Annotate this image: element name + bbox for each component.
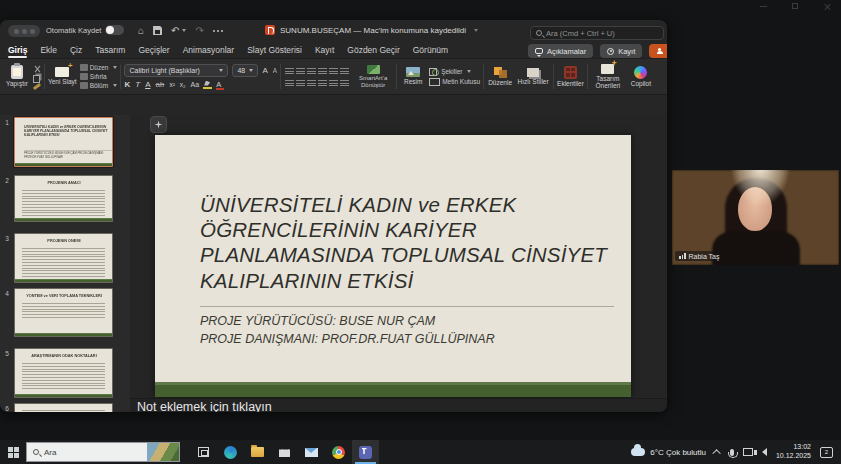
slide-canvas[interactable]: ÜNİVERSİTELİ KADIN ve ERKEK ÖĞRENCİLERİN…: [155, 135, 631, 397]
store-app[interactable]: [271, 440, 298, 464]
cut-icon[interactable]: [33, 65, 41, 73]
tab-kayit[interactable]: Kayıt: [315, 43, 334, 58]
start-button[interactable]: [0, 440, 26, 464]
line-spacing-icon[interactable]: [329, 67, 338, 75]
font-color-icon[interactable]: A: [216, 80, 224, 89]
columns-icon[interactable]: [340, 67, 349, 75]
highlight-color-icon[interactable]: [203, 81, 212, 89]
shrink-font-icon[interactable]: A: [273, 67, 277, 74]
section-button[interactable]: Bölüm: [80, 82, 118, 89]
subscript-button[interactable]: x₂: [180, 81, 186, 88]
tab-gozden-gecir[interactable]: Gözden Geçir: [347, 43, 399, 58]
quick-styles-button[interactable]: Hızlı Stiller: [516, 68, 550, 86]
picture-button[interactable]: Resim: [400, 67, 426, 86]
display-icon[interactable]: [743, 448, 753, 456]
tab-ciz[interactable]: Çiz: [70, 43, 82, 58]
font-name-select[interactable]: Calibri Light (Başlıklar): [124, 64, 228, 77]
reset-button[interactable]: Sıfırla: [80, 73, 118, 80]
copy-icon[interactable]: [33, 75, 40, 83]
addins-button[interactable]: Eklentiler: [557, 66, 584, 88]
tab-gecisler[interactable]: Geçişler: [138, 43, 169, 58]
slide-thumbnail-6[interactable]: [14, 403, 113, 412]
toggle-switch[interactable]: [105, 25, 124, 35]
new-slide-button[interactable]: Yeni Slayt: [48, 67, 77, 86]
slide-thumbnail-4[interactable]: YÖNTEM ve VERİ TOPLAMA TEKNİKLERİ: [14, 288, 113, 337]
slide-editor: ÜNİVERSİTELİ KADIN ve ERKEK ÖĞRENCİLERİN…: [130, 115, 667, 398]
minimize-icon[interactable]: [755, 1, 771, 11]
share-button[interactable]: Paylaş: [649, 44, 667, 58]
slide-thumbnail-1[interactable]: ÜNİVERSİTELİ KADIN ve ERKEK ÖĞRENCİLERİN…: [14, 117, 113, 167]
text-direction-icon[interactable]: [329, 79, 338, 87]
slide-thumbnail-2[interactable]: PROJENİN AMACI: [14, 175, 113, 222]
notification-badge: 2: [825, 449, 828, 455]
chrome-app[interactable]: [325, 440, 352, 464]
arrange-button[interactable]: Düzenle: [487, 67, 513, 87]
save-icon[interactable]: [153, 26, 162, 35]
shapes-button[interactable]: Şekiller: [429, 68, 480, 76]
change-case-button[interactable]: Aa: [191, 81, 200, 88]
numbering-icon[interactable]: [296, 67, 305, 75]
grow-font-icon[interactable]: A: [262, 66, 267, 75]
slide-subtitle[interactable]: PROJE YÜRÜTÜCÜSÜ: BUSE NUR ÇAM PROJE DAN…: [200, 312, 495, 348]
align-left-icon[interactable]: [285, 79, 294, 87]
edge-app[interactable]: [217, 440, 244, 464]
task-view-button[interactable]: [190, 440, 217, 464]
home-icon[interactable]: ⌂: [138, 25, 144, 36]
align-center-icon[interactable]: [296, 79, 305, 87]
document-title[interactable]: SUNUM.BUSEÇAM — Mac'im konumuna kaydedil…: [265, 25, 478, 35]
more-icon[interactable]: [213, 30, 223, 32]
tray-expand-icon[interactable]: [712, 449, 720, 457]
copilot-fab[interactable]: [150, 116, 167, 133]
slide-thumbnail-3[interactable]: PROJENİN ÖNEMİ: [14, 233, 113, 283]
teams-app[interactable]: [352, 440, 379, 464]
align-right-icon[interactable]: [307, 79, 316, 87]
tab-gorunum[interactable]: Görünüm: [413, 43, 448, 58]
close-icon[interactable]: [819, 1, 835, 11]
italic-button[interactable]: T: [135, 80, 140, 89]
speaker-icon[interactable]: [762, 448, 767, 456]
superscript-button[interactable]: x²: [169, 81, 174, 88]
indent-decrease-icon[interactable]: [307, 67, 316, 75]
indent-increase-icon[interactable]: [318, 67, 327, 75]
smartart-button[interactable]: SmartArt'a Dönüştür: [353, 65, 393, 88]
taskbar-search[interactable]: Ara: [26, 442, 180, 462]
microphone-icon[interactable]: [730, 449, 734, 456]
record-button[interactable]: Kayıt: [600, 44, 642, 58]
format-painter-icon[interactable]: [33, 83, 41, 90]
chrome-icon: [332, 446, 345, 459]
layout-button[interactable]: Düzen: [80, 64, 118, 71]
bullets-icon[interactable]: [285, 67, 294, 75]
textbox-button[interactable]: Metin Kutusu: [429, 78, 480, 86]
undo-icon[interactable]: ↶: [171, 25, 186, 36]
designer-button[interactable]: Tasarım Önerileri: [591, 64, 625, 90]
mail-app[interactable]: [298, 440, 325, 464]
traffic-lights[interactable]: [8, 25, 40, 37]
slide-thumbnail-5[interactable]: ARAŞTIRMANIN ODAK NOKTALARI: [14, 348, 113, 398]
redo-icon[interactable]: ↷: [195, 25, 203, 36]
font-size-select[interactable]: 48: [232, 64, 258, 77]
maximize-icon[interactable]: [787, 1, 803, 11]
tab-animasyonlar[interactable]: Animasyonlar: [183, 43, 235, 58]
align-text-icon[interactable]: [340, 79, 349, 87]
paste-button[interactable]: Yapıştır: [4, 65, 30, 88]
clock[interactable]: 13:02 10.12.2025: [776, 443, 811, 461]
tab-ekle[interactable]: Ekle: [40, 43, 57, 58]
justify-icon[interactable]: [318, 79, 327, 87]
comments-button[interactable]: Açıklamalar: [528, 44, 593, 58]
clipboard-icon: [11, 65, 23, 79]
tab-giris[interactable]: Giriş: [8, 43, 27, 58]
bold-button[interactable]: K: [124, 80, 130, 89]
autosave-toggle[interactable]: Otomatik Kaydet: [46, 25, 124, 35]
underline-button[interactable]: A: [145, 80, 150, 89]
slide-title[interactable]: ÜNİVERSİTELİ KADIN ve ERKEK ÖĞRENCİLERİN…: [200, 192, 607, 293]
copilot-button[interactable]: Copilot: [628, 66, 654, 88]
strikethrough-button[interactable]: ab: [155, 80, 164, 89]
file-explorer-app[interactable]: [244, 440, 271, 464]
weather-widget[interactable]: 6°C Çok bulutlu: [631, 448, 706, 457]
tab-slayt-gosterisi[interactable]: Slayt Gösterisi: [247, 43, 302, 58]
search-input[interactable]: Ara (Cmd + Ctrl + U): [530, 26, 664, 40]
notes-pane[interactable]: Not eklemek için tıklayın: [130, 398, 667, 412]
webcam-tile[interactable]: Rabia Taş: [672, 170, 839, 265]
notification-center-icon[interactable]: 2: [820, 447, 833, 458]
tab-tasarim[interactable]: Tasarım: [95, 43, 125, 58]
